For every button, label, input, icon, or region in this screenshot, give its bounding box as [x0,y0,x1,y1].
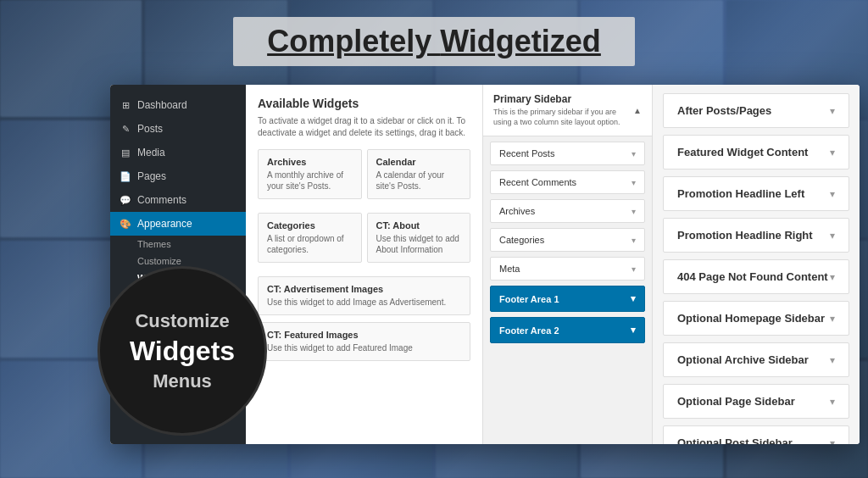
sidebar-item-pages[interactable]: 📄 Pages [110,164,246,188]
primary-sidebar-panel: Primary Sidebar This is the primary side… [483,85,653,444]
available-widgets-desc: To activate a widget drag it to a sideba… [258,115,470,139]
footer-area-1[interactable]: Footer Area 1 ▾ [490,286,645,312]
primary-sidebar-header[interactable]: Primary Sidebar This is the primary side… [483,85,652,136]
chevron-down-icon: ▾ [830,188,835,200]
chevron-down-icon: ▾ [830,396,835,408]
chevron-down-icon: ▾ [830,437,835,445]
widget-categories[interactable]: Categories A list or dropdown of categor… [258,213,362,263]
page-header: Completely Widgetized [0,17,868,66]
sidebar-widget-recent-comments[interactable]: Recent Comments ▾ [490,170,645,194]
sidebar-sub-themes[interactable]: Themes [110,236,246,253]
sidebar-widget-categories[interactable]: Categories ▾ [490,228,645,252]
widget-ct-featured[interactable]: CT: Featured Images Use this widget to a… [258,322,470,361]
sidebar-item-media[interactable]: ▤ Media [110,141,246,164]
chevron-down-icon: ▾ [632,207,636,216]
chevron-down-icon: ▾ [830,354,835,366]
posts-icon: ✎ [119,122,132,136]
widget-area-after-posts[interactable]: After Posts/Pages ▾ [663,93,849,128]
page-title: Completely Widgetized [233,17,635,66]
primary-sidebar-title: Primary Sidebar [493,93,633,105]
circle-overlay: Customize Widgets Menus [97,266,267,436]
widget-ct-advertisement[interactable]: CT: Advertisement Images Use this widget… [258,276,470,315]
primary-sidebar-chevron: ▲ [633,106,642,115]
circle-widgets-label: Widgets [130,336,235,367]
widget-area-homepage-sidebar[interactable]: Optional Homepage Sidebar ▾ [663,301,849,336]
appearance-icon: 🎨 [119,217,132,231]
widget-row-2: Categories A list or dropdown of categor… [258,213,470,270]
widget-area-404[interactable]: 404 Page Not Found Content ▾ [663,259,849,294]
sidebar-widget-meta[interactable]: Meta ▾ [490,257,645,281]
widget-area-featured-content[interactable]: Featured Widget Content ▾ [663,135,849,170]
widget-ct-about[interactable]: CT: About Use this widget to add About I… [367,213,471,263]
circle-menus-label: Menus [153,370,212,392]
chevron-down-icon: ▾ [830,313,835,325]
circle-customize-label: Customize [135,310,229,332]
widget-row-1: Archives A monthly archive of your site'… [258,149,470,206]
footer-area-2[interactable]: Footer Area 2 ▾ [490,317,645,343]
widget-area-page-sidebar[interactable]: Optional Page Sidebar ▾ [663,384,849,419]
comments-icon: 💬 [119,193,132,207]
sidebar-widget-recent-posts[interactable]: Recent Posts ▾ [490,142,645,165]
primary-sidebar-desc: This is the primary sidebar if you are u… [493,108,633,127]
chevron-down-icon: ▾ [830,105,835,117]
chevron-down-icon: ▾ [830,230,835,242]
chevron-down-icon: ▾ [830,271,835,283]
chevron-down-icon: ▾ [631,293,636,304]
chevron-down-icon: ▾ [631,325,636,336]
pages-icon: 📄 [119,170,132,183]
widget-area-post-sidebar[interactable]: Optional Post Sidebar ▾ [663,425,849,444]
widget-area-promo-left[interactable]: Promotion Headline Left ▾ [663,176,849,211]
available-widgets-title: Available Widgets [258,97,470,110]
sidebar-item-appearance[interactable]: 🎨 Appearance [110,212,246,236]
sidebar-widget-archives[interactable]: Archives ▾ [490,199,645,223]
widget-calendar[interactable]: Calendar A calendar of your site's Posts… [367,149,471,199]
widget-areas-panel: After Posts/Pages ▾ Featured Widget Cont… [653,85,860,444]
widget-area-archive-sidebar[interactable]: Optional Archive Sidebar ▾ [663,342,849,377]
chevron-down-icon: ▾ [830,147,835,158]
chevron-down-icon: ▾ [632,178,636,187]
sidebar-item-dashboard[interactable]: ⊞ Dashboard [110,93,246,117]
chevron-down-icon: ▾ [632,264,636,274]
chevron-down-icon: ▾ [632,236,636,245]
widget-archives[interactable]: Archives A monthly archive of your site'… [258,149,362,199]
sidebar-item-posts[interactable]: ✎ Posts [110,117,246,141]
primary-sidebar-header-content: Primary Sidebar This is the primary side… [493,93,633,127]
widget-area-promo-right[interactable]: Promotion Headline Right ▾ [663,218,849,253]
media-icon: ▤ [119,146,132,159]
widgets-content-area: Available Widgets To activate a widget d… [246,85,860,444]
chevron-down-icon: ▾ [632,149,636,158]
available-widgets-panel: Available Widgets To activate a widget d… [246,85,483,444]
sidebar-item-comments[interactable]: 💬 Comments [110,188,246,212]
dashboard-icon: ⊞ [119,98,132,112]
